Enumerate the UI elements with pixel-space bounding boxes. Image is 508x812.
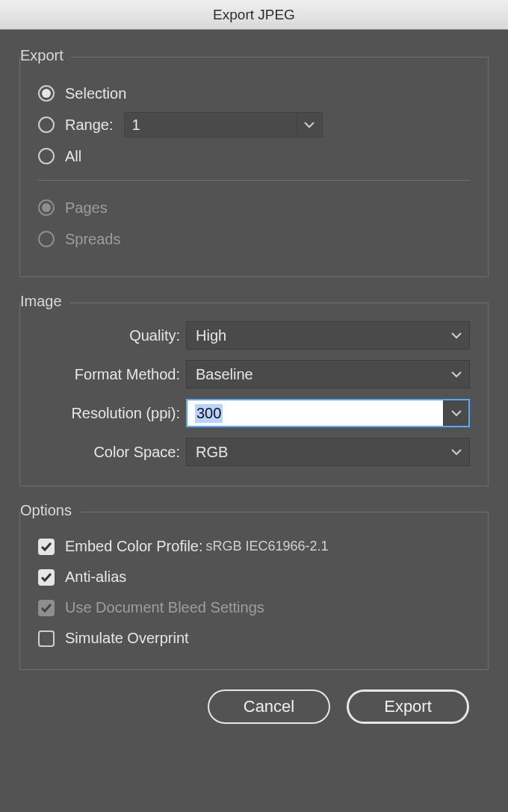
resolution-value: 300 — [195, 404, 223, 423]
format-value: Baseline — [196, 366, 253, 383]
format-select[interactable]: Baseline — [186, 360, 470, 388]
colorspace-select[interactable]: RGB — [186, 438, 470, 466]
radio-all[interactable] — [38, 148, 55, 164]
embed-profile-label: Embed Color Profile: — [65, 538, 203, 555]
radio-range-label: Range: — [65, 117, 114, 134]
quality-value: High — [196, 327, 226, 344]
radio-selection[interactable] — [38, 85, 55, 102]
export-button[interactable]: Export — [347, 689, 469, 724]
range-dropdown-button[interactable] — [297, 113, 322, 137]
chevron-down-icon — [451, 448, 462, 456]
chevron-down-icon — [451, 332, 462, 339]
colorspace-label: Color Space: — [38, 444, 180, 461]
radio-spreads — [38, 231, 55, 247]
bleed-label: Use Document Bleed Settings — [65, 599, 264, 616]
radio-range[interactable] — [38, 117, 55, 133]
quality-label: Quality: — [38, 327, 180, 344]
colorspace-value: RGB — [196, 444, 228, 461]
overprint-label: Simulate Overprint — [65, 630, 189, 647]
radio-selection-label: Selection — [65, 85, 126, 102]
image-fieldset: Image Quality: High Format Method: Basel… — [19, 303, 489, 486]
format-label: Format Method: — [38, 366, 180, 383]
cancel-button[interactable]: Cancel — [208, 689, 330, 724]
checkbox-embed-profile[interactable] — [38, 539, 55, 555]
resolution-combobox[interactable]: 300 — [186, 399, 470, 427]
chevron-down-icon — [451, 371, 462, 378]
options-legend: Options — [20, 502, 79, 519]
antialias-label: Anti-alias — [65, 568, 126, 586]
export-legend: Export — [20, 47, 71, 64]
embed-profile-value: sRGB IEC61966-2.1 — [206, 539, 329, 554]
radio-pages — [38, 199, 55, 216]
range-value: 1 — [125, 113, 297, 137]
checkbox-bleed — [38, 600, 55, 616]
radio-all-label: All — [65, 148, 81, 165]
checkbox-overprint[interactable] — [38, 630, 55, 647]
export-fieldset: Export Selection Range: 1 All Pages — [19, 57, 489, 277]
window-title: Export JPEG — [0, 0, 508, 30]
quality-select[interactable]: High — [186, 321, 470, 350]
export-separator — [38, 180, 470, 181]
radio-spreads-label: Spreads — [65, 231, 121, 248]
resolution-dropdown-button[interactable] — [443, 400, 468, 426]
resolution-label: Resolution (ppi): — [38, 405, 180, 422]
options-fieldset: Options Embed Color Profile: sRGB IEC619… — [19, 512, 489, 670]
image-legend: Image — [20, 293, 69, 310]
checkbox-antialias[interactable] — [38, 569, 55, 586]
radio-pages-label: Pages — [65, 199, 108, 217]
range-combobox[interactable]: 1 — [124, 112, 323, 137]
